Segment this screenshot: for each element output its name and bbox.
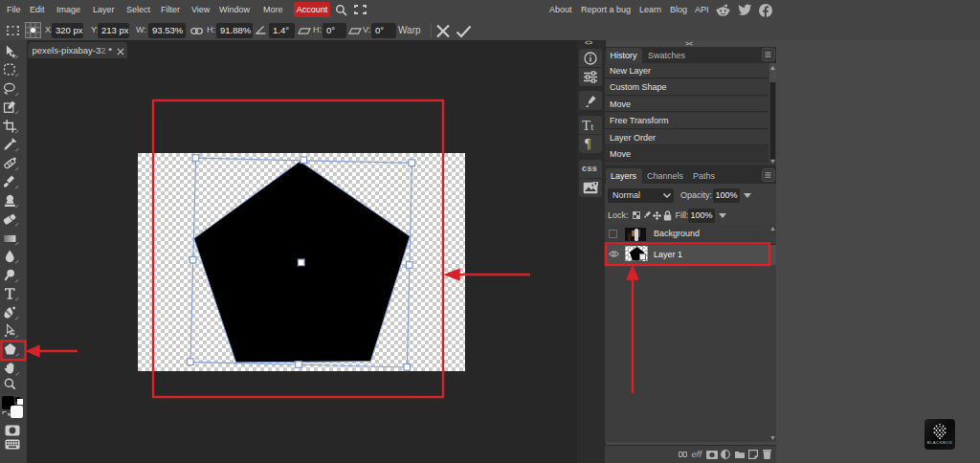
svg-text:BLACKBOX: BLACKBOX [927,440,953,445]
